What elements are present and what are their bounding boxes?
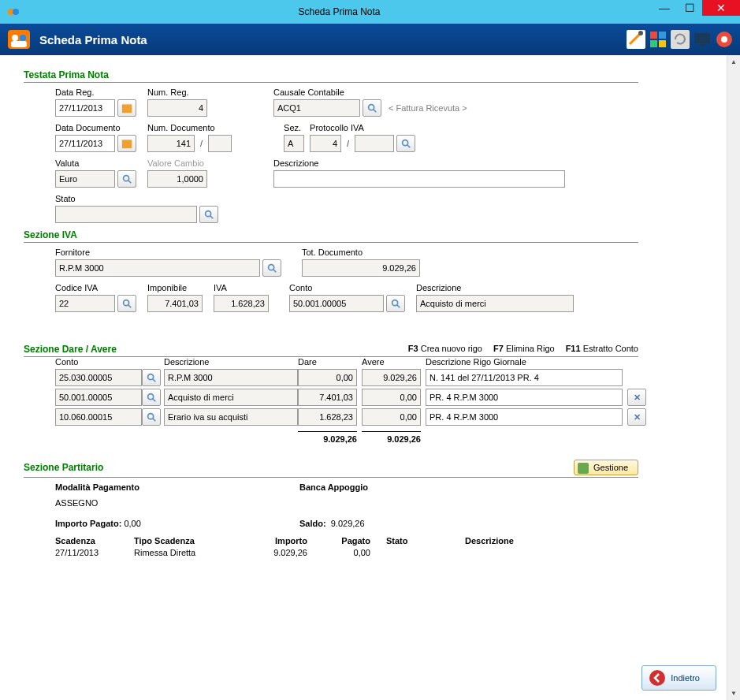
tool-theme-icon[interactable] [649,30,667,49]
dare-cell [298,369,357,386]
svg-point-29 [269,265,274,270]
rigo-cell[interactable] [426,369,623,386]
f3-key: F3 [408,344,418,353]
svg-rect-18 [122,105,132,107]
search-icon[interactable] [386,295,405,312]
svg-point-33 [392,300,398,306]
valuta-label: Valuta [55,158,136,168]
avere-cell [362,369,421,386]
search-icon[interactable] [117,170,136,188]
svg-line-28 [210,216,214,219]
f7-txt: Elimina Rigo [506,344,555,353]
search-icon[interactable] [363,99,381,117]
col-importo: Importo [252,536,323,545]
calendar-icon[interactable] [117,99,136,117]
data-doc-input[interactable] [55,135,115,152]
ribbon-title: Scheda Prima Nota [39,33,627,47]
svg-point-35 [148,374,154,380]
svg-line-36 [153,379,156,382]
conto-label: Conto [289,283,405,292]
tool-help-icon[interactable] [715,30,734,49]
tool-settings-icon[interactable] [627,30,645,49]
conto-input [289,295,384,312]
minimize-button[interactable]: — [652,0,677,16]
scroll-up-icon[interactable]: ▲ [727,55,740,69]
table-row: ✕ [55,408,654,426]
col-descr: Descrizione [164,357,298,367]
svg-line-38 [153,399,156,402]
svg-rect-9 [659,32,666,39]
svg-rect-11 [659,40,666,47]
svg-point-3 [12,35,18,41]
causale-hint: < Fattura Ricevuta > [389,103,467,113]
svg-rect-8 [650,32,657,39]
list-item: 27/11/2013Rimessa Diretta9.029,260,00 [55,548,638,557]
svg-line-20 [374,110,377,113]
delete-row-button[interactable]: ✕ [627,408,646,426]
col-tipo: Tipo Scadenza [134,536,252,545]
maximize-button[interactable]: ☐ [677,0,702,16]
descr-cell [164,408,298,426]
tool-refresh-icon[interactable] [671,30,690,49]
search-icon[interactable] [142,369,161,386]
rigo-cell[interactable] [426,389,623,406]
svg-point-19 [369,105,374,110]
causale-input [273,99,360,117]
saldo-value: 9.029,26 [331,519,365,528]
search-icon[interactable] [199,206,218,223]
col-stato: Stato [386,536,465,545]
gestione-button[interactable]: Gestione [574,460,638,475]
close-button[interactable]: ✕ [702,0,740,16]
codice-iva-label: Codice IVA [55,283,136,292]
f3-txt: Crea nuovo rigo [421,344,482,353]
svg-line-34 [397,305,400,308]
modalita-label: Modalità Pagamento [55,482,139,492]
svg-rect-5 [11,41,27,47]
protocollo-label: Protocollo IVA [310,123,415,132]
dare-cell [298,408,357,426]
search-icon[interactable] [262,259,281,277]
calendar-icon[interactable] [117,135,136,152]
search-icon[interactable] [142,389,161,406]
protocollo-input [310,135,341,152]
svg-rect-10 [650,40,657,47]
iva-descrizione-input [416,295,574,312]
iva-descrizione-label: Descrizione [416,283,574,292]
sez-input [284,135,304,152]
modalita-value: ASSEGNO [55,498,98,508]
svg-point-1 [13,9,19,15]
tool-monitor-icon[interactable] [693,30,712,49]
data-reg-input[interactable] [55,99,115,117]
svg-point-37 [148,394,154,400]
importo-pagato-value: 0,00 [124,519,140,528]
svg-line-40 [153,419,156,422]
col-part-descr: Descrizione [465,536,560,545]
cambio-label: Valore Cambio [147,158,207,168]
window-title: Scheda Prima Nota [27,6,652,17]
back-arrow-icon [649,669,666,687]
conto-cell [55,408,142,426]
svg-point-23 [403,140,408,146]
col-scadenza: Scadenza [55,536,134,545]
rigo-cell[interactable] [426,408,623,426]
descr-cell [164,389,298,406]
svg-rect-13 [694,33,710,43]
scroll-down-icon[interactable]: ▼ [727,687,740,700]
svg-rect-14 [700,44,705,47]
indietro-button[interactable]: Indietro [641,665,716,691]
vertical-scrollbar[interactable]: ▲ ▼ [727,55,740,700]
search-icon[interactable] [142,408,161,426]
search-icon[interactable] [117,295,136,312]
total-dare: 9.029,26 [298,431,357,444]
descrizione-input[interactable] [273,170,565,188]
svg-point-41 [649,670,665,686]
app-icon [6,5,20,19]
importo-pagato-label: Importo Pagato: [55,519,121,528]
section-partitario-title: Sezione Partitario [24,462,574,473]
search-icon[interactable] [396,135,415,152]
codice-iva-input [55,295,115,312]
num-reg-label: Num. Reg. [147,88,207,97]
delete-row-button[interactable]: ✕ [627,389,646,406]
svg-point-7 [638,31,643,35]
descrizione-label: Descrizione [273,158,565,168]
